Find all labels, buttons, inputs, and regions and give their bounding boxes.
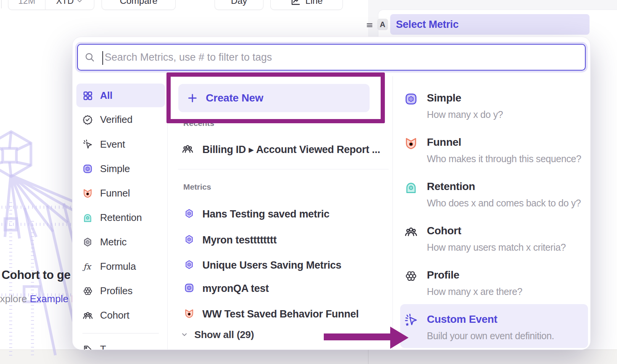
profiles-flower-icon <box>404 269 418 283</box>
sidebar-item-label: All <box>100 90 113 101</box>
sidebar-item-all[interactable]: All <box>76 84 165 107</box>
date-range-segmented-control[interactable]: 12M XTD <box>8 0 94 10</box>
empty-state-wireframe-illustration <box>0 127 76 364</box>
chart-type-label: Line <box>305 0 323 6</box>
search-input[interactable] <box>105 45 578 70</box>
metrics-heading: Metrics <box>183 182 211 192</box>
panel-divider <box>368 350 368 364</box>
metric-item-label: Hans Testing saved metric <box>202 208 329 220</box>
metric-search-box[interactable] <box>77 44 586 71</box>
show-all-toggle[interactable]: Show all (29) <box>181 329 254 341</box>
type-title: Profile <box>427 266 522 284</box>
sidebar-item-event[interactable]: Event <box>73 132 167 156</box>
page-footer-strip <box>0 350 617 364</box>
formula-icon <box>82 261 93 272</box>
metric-item-label: Unique Users Saving Metrics <box>202 259 341 271</box>
chevron-down-icon <box>181 331 188 338</box>
compare-button[interactable]: Compare <box>102 0 176 10</box>
types-divider <box>392 76 393 350</box>
sidebar-item-formula[interactable]: Formula <box>73 254 167 278</box>
metric-item-label: Myron testttttttt <box>202 234 276 246</box>
metric-letter-badge: A <box>377 19 388 30</box>
simple-icon <box>184 283 194 293</box>
sidebar-item-label: T <box>100 343 106 350</box>
simple-icon <box>82 164 93 174</box>
sidebar-item-label: Retention <box>100 212 142 224</box>
grid-icon <box>82 90 93 101</box>
metric-list-item[interactable]: Hans Testing saved metric <box>167 202 392 225</box>
chevron-down-icon <box>76 0 83 5</box>
explore-example-line: xplore Example R <box>0 293 78 305</box>
event-spark-icon <box>404 314 418 327</box>
select-metric-slot[interactable]: Select Metric <box>390 14 590 35</box>
sidebar-item-label: Profiles <box>100 285 132 297</box>
metric-item-label: WW Test Saved Behavior Funnel <box>202 308 359 320</box>
annotation-arrow-head <box>390 327 409 349</box>
type-description: Build your own event definition. <box>427 328 554 343</box>
type-description: How many x are there? <box>427 284 522 299</box>
type-description: How many x do y? <box>427 107 503 122</box>
sidebar-item-profiles[interactable]: Profiles <box>73 279 167 303</box>
recent-item[interactable]: Billing ID ▸ Account Viewed Report ... <box>167 137 392 161</box>
canvas-edge-divider <box>1 0 2 8</box>
sidebar-item-label: Verified <box>100 114 132 126</box>
sidebar-item-metric[interactable]: Metric <box>73 230 167 254</box>
metric-item-label: myronQA test <box>202 283 269 295</box>
sidebar-item-funnel[interactable]: Funnel <box>73 181 167 205</box>
metric-hexagon-icon <box>184 208 194 219</box>
line-chart-icon <box>291 0 301 6</box>
type-title: Cohort <box>427 222 566 240</box>
metric-hexagon-icon <box>184 259 194 270</box>
explore-text-fragment: xplore <box>0 293 30 304</box>
event-cursor-icon <box>82 139 93 150</box>
sidebar-item-verified[interactable]: Verified <box>73 108 167 131</box>
metric-hexagon-icon <box>82 237 93 247</box>
annotation-rectangle <box>166 72 385 123</box>
granularity-day-button[interactable]: Day <box>215 0 263 10</box>
cohort-people-icon <box>82 310 93 321</box>
sidebar-item-retention[interactable]: Retention <box>73 206 167 229</box>
type-title: Funnel <box>427 134 581 151</box>
retention-icon <box>82 213 93 223</box>
funnel-icon <box>404 137 418 150</box>
show-all-label: Show all (29) <box>194 329 254 341</box>
sidebar-item-label: Metric <box>100 236 127 248</box>
sidebar-item-label: Formula <box>100 261 136 272</box>
tag-icon <box>82 344 93 350</box>
metric-list-item[interactable]: Myron testttttttt <box>167 228 392 251</box>
cohort-people-icon <box>404 225 418 238</box>
chart-type-line-button[interactable]: Line <box>270 0 343 10</box>
retention-icon <box>404 181 418 194</box>
sidebar-item-label: Simple <box>100 163 130 175</box>
metric-list-item[interactable]: Unique Users Saving Metrics <box>167 253 392 277</box>
text-cursor <box>102 51 103 65</box>
type-title: Retention <box>427 178 581 195</box>
drag-handle-icon[interactable] <box>365 21 374 30</box>
verified-icon <box>82 114 93 125</box>
cohort-people-icon <box>182 143 194 155</box>
example-link-fragment[interactable]: Example R <box>30 293 78 304</box>
range-12m-button[interactable]: 12M <box>8 0 45 10</box>
range-xtd-button[interactable]: XTD <box>45 0 94 10</box>
sidebar-section-divider <box>82 333 159 333</box>
simple-icon <box>404 92 418 106</box>
recents-metrics-divider <box>178 169 389 169</box>
type-description: How many users match x criteria? <box>427 240 566 255</box>
metric-hexagon-icon <box>184 234 194 245</box>
sidebar-item-partial[interactable]: T <box>73 337 167 350</box>
type-title: Simple <box>427 89 503 107</box>
sidebar-item-label: Funnel <box>100 187 130 199</box>
sidebar-item-simple[interactable]: Simple <box>73 157 167 180</box>
annotation-arrow <box>324 333 391 340</box>
metric-list-item[interactable]: myronQA test <box>167 276 392 300</box>
type-description: Who does x and comes back to do y? <box>427 195 581 211</box>
sidebar-item-cohort[interactable]: Cohort <box>73 303 167 327</box>
funnel-icon <box>82 188 93 198</box>
range-xtd-label: XTD <box>56 0 74 6</box>
profiles-flower-icon <box>82 286 93 296</box>
recent-item-label: Billing ID ▸ Account Viewed Report ... <box>202 143 380 156</box>
sidebar-item-label: Cohort <box>100 309 129 321</box>
type-title: Custom Event <box>427 311 554 328</box>
metric-list-item[interactable]: WW Test Saved Behavior Funnel <box>167 302 392 325</box>
search-icon <box>84 52 95 63</box>
